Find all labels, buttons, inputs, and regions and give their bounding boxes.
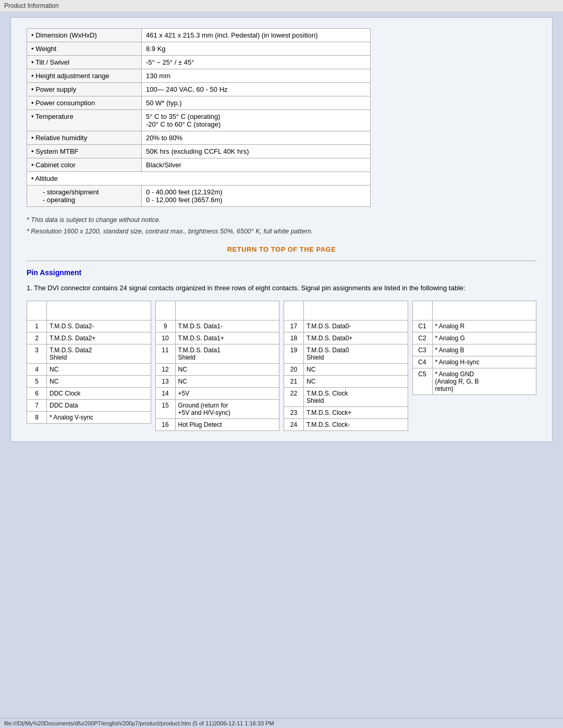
pin-row: 21NC [284, 375, 408, 387]
pin-header-signal: Signal Assignment [432, 301, 536, 320]
notes-section: * This data is subject to change without… [27, 216, 536, 235]
spec-value: 461 x 421 x 215.3 mm (incl. Pedestal) (i… [142, 29, 371, 42]
pin-number: 19 [284, 344, 304, 363]
pin-signal: * Analog V-sync [47, 411, 151, 423]
pin-row: C2* Analog G [412, 332, 536, 344]
pin-number: 13 [155, 375, 175, 387]
spec-value: Black/Silver [142, 158, 371, 172]
top-bar: Product Information [0, 0, 563, 12]
spec-label: • Relative humidity [27, 131, 142, 145]
pin-number: 18 [284, 332, 304, 344]
pin-signal: * Analog B [432, 344, 536, 356]
footer-bar: file:///D|/My%20Documents/dfu/200P7/engl… [0, 718, 563, 728]
pin-assignment-title: Pin Assignment [27, 268, 536, 277]
pin-number: 22 [284, 387, 304, 406]
pin-table-2: Pin No.Signal Assignment17T.M.D.S. Data0… [284, 301, 408, 431]
spec-value: 130 mm [142, 69, 371, 83]
altitude-label: • Altitude [27, 172, 371, 186]
pin-signal: NC [304, 363, 408, 375]
pin-row: C5* Analog GND (Analog R, G, B return) [412, 368, 536, 394]
pin-number: 7 [27, 399, 47, 411]
pin-row: 22T.M.D.S. Clock Shield [284, 387, 408, 406]
spec-value: 50 W* (typ.) [142, 96, 371, 110]
pin-column-1: Pin No.Signal Assignment9T.M.D.S. Data1-… [155, 301, 280, 431]
pin-header-no: Pin No. [27, 301, 47, 320]
pin-signal: * Analog G [432, 332, 536, 344]
pin-row: 5NC [27, 375, 151, 387]
pin-signal: DDC Data [47, 399, 151, 411]
pin-number: 10 [155, 332, 175, 344]
pin-signal: T.M.D.S. Clock+ [304, 406, 408, 418]
spec-value: 20% to 80% [142, 131, 371, 145]
spec-label: • Power consumption [27, 96, 142, 110]
pin-row: 15Ground (return for +5V and H/V-sync) [155, 399, 279, 418]
pin-row: 19T.M.D.S. Data0 Shield [284, 344, 408, 363]
pin-number: 9 [155, 320, 175, 332]
altitude-sub-value: 0 - 40,000 feet (12,192m) 0 - 12,000 fee… [142, 186, 371, 207]
pin-header-signal: Signal Assignment [175, 301, 279, 320]
pin-signal: NC [47, 375, 151, 387]
pin-column-gap [151, 301, 155, 431]
pin-number: 12 [155, 363, 175, 375]
pin-row: 23T.M.D.S. Clock+ [284, 406, 408, 418]
return-link-container: RETURN TO TOP OF THE PAGE [27, 245, 536, 253]
return-to-top-link[interactable]: RETURN TO TOP OF THE PAGE [227, 245, 336, 253]
pin-number: 2 [27, 332, 47, 344]
pin-signal: T.M.D.S. Data1+ [175, 332, 279, 344]
pin-number: 4 [27, 363, 47, 375]
pin-assignment-table: Pin No.Signal Assignment1T.M.D.S. Data2-… [27, 301, 536, 431]
pin-signal: DDC Clock [47, 387, 151, 399]
pin-header-no: Pin No. [155, 301, 175, 320]
pin-row: 4NC [27, 363, 151, 375]
pin-table-3: Pin No.Signal AssignmentC1* Analog RC2* … [412, 301, 537, 395]
pin-number: C1 [412, 320, 432, 332]
pin-signal: * Analog H-sync [432, 356, 536, 368]
pin-number: 17 [284, 320, 304, 332]
pin-signal: Ground (return for +5V and H/V-sync) [175, 399, 279, 418]
pin-signal: NC [47, 363, 151, 375]
pin-signal: NC [175, 363, 279, 375]
pin-row: C3* Analog B [412, 344, 536, 356]
pin-header-no: Pin No. [412, 301, 432, 320]
pin-table-0: Pin No.Signal Assignment1T.M.D.S. Data2-… [27, 301, 151, 424]
spec-label: • Dimension (WxHxD) [27, 29, 142, 42]
pin-row: 12NC [155, 363, 279, 375]
pin-column-3: Pin No.Signal AssignmentC1* Analog RC2* … [412, 301, 537, 431]
pin-row: 11T.M.D.S. Data1 Shield [155, 344, 279, 363]
spec-label: • Temperature [27, 110, 142, 131]
pin-row: C1* Analog R [412, 320, 536, 332]
pin-signal: T.M.D.S. Data2- [47, 320, 151, 332]
spec-value: 8.9 Kg [142, 42, 371, 56]
pin-signal: T.M.D.S. Clock- [304, 418, 408, 430]
spec-label: • Power supply [27, 83, 142, 96]
pin-number: 5 [27, 375, 47, 387]
pin-number: 24 [284, 418, 304, 430]
spec-label: • Weight [27, 42, 142, 56]
pin-number: C3 [412, 344, 432, 356]
pin-row: 1T.M.D.S. Data2- [27, 320, 151, 332]
note-text: * Resolution 1600 x 1200, standard size,… [27, 228, 536, 235]
pin-number: 15 [155, 399, 175, 418]
pin-number: 6 [27, 387, 47, 399]
pin-number: 23 [284, 406, 304, 418]
pin-row: 20NC [284, 363, 408, 375]
pin-signal: T.M.D.S. Data0 Shield [304, 344, 408, 363]
pin-signal: Hot Plug Detect [175, 418, 279, 430]
pin-signal: T.M.D.S. Data0+ [304, 332, 408, 344]
pin-row: 7DDC Data [27, 399, 151, 411]
pin-number: 3 [27, 344, 47, 363]
pin-column-0: Pin No.Signal Assignment1T.M.D.S. Data2-… [27, 301, 151, 431]
pin-header-signal: Signal Assignment [304, 301, 408, 320]
pin-row: 13NC [155, 375, 279, 387]
pin-number: 1 [27, 320, 47, 332]
pin-row: 6DDC Clock [27, 387, 151, 399]
pin-number: C4 [412, 356, 432, 368]
footer-path: file:///D|/My%20Documents/dfu/200P7/engl… [4, 720, 274, 726]
main-content: • Dimension (WxHxD)461 x 421 x 215.3 mm … [10, 17, 553, 442]
pin-signal: T.M.D.S. Data1 Shield [175, 344, 279, 363]
altitude-sub-label: - storage/shipment - operating [27, 186, 142, 207]
pin-row: 8* Analog V-sync [27, 411, 151, 423]
pin-signal: * Analog R [432, 320, 536, 332]
pin-row: 18T.M.D.S. Data0+ [284, 332, 408, 344]
spec-value: 50K hrs (excluding CCFL 40K hrs) [142, 145, 371, 158]
